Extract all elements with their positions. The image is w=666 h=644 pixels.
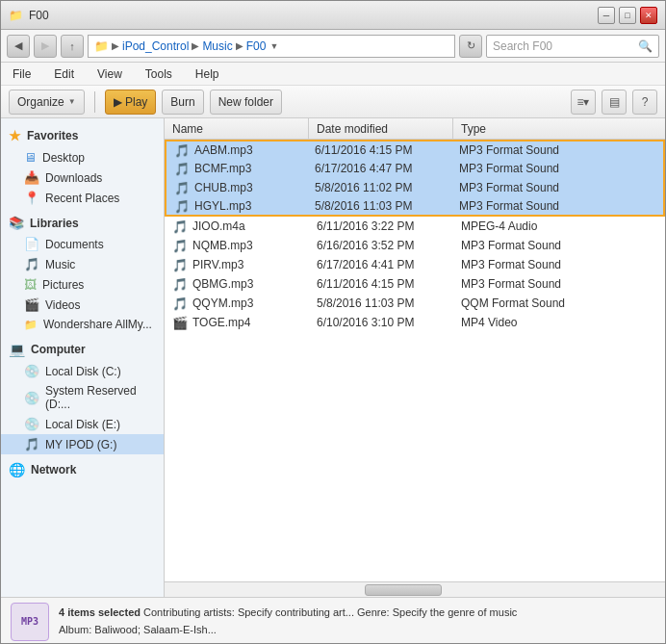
menu-help[interactable]: Help — [192, 65, 223, 83]
horizontal-scrollbar[interactable] — [165, 581, 665, 597]
new-folder-label: New folder — [218, 95, 273, 109]
breadcrumb-bar[interactable]: 📁 ▶ iPod_Control ▶ Music ▶ F00 ▼ — [88, 35, 455, 58]
local-disk-c-label: Local Disk (C:) — [45, 365, 121, 378]
search-icon: 🔍 — [638, 39, 653, 53]
breadcrumb-part-3[interactable]: F00 — [246, 39, 267, 53]
table-row[interactable]: 🎵QBMG.mp36/11/2016 4:15 PMMP3 Format Sou… — [165, 274, 665, 294]
sidebar-item-wondershare[interactable]: 📁 Wondershare AllMy... — [1, 315, 164, 334]
close-button[interactable]: ✕ — [640, 7, 657, 24]
status-bar: MP3 4 items selected Contributing artist… — [1, 597, 665, 644]
organize-button[interactable]: Organize ▼ — [9, 90, 85, 115]
downloads-label: Downloads — [45, 171, 102, 185]
up-button[interactable]: ↑ — [61, 35, 84, 58]
file-name: QQYM.mp3 — [192, 296, 253, 310]
sidebar-item-recent-places[interactable]: 📍 Recent Places — [1, 188, 164, 208]
computer-header: 💻 Computer — [1, 338, 164, 361]
search-bar[interactable]: Search F00 🔍 — [486, 35, 659, 58]
table-row[interactable]: 🎵AABM.mp36/11/2016 4:15 PMMP3 Format Sou… — [165, 140, 665, 159]
breadcrumb-part-2[interactable]: Music — [202, 39, 232, 53]
sidebar-item-desktop[interactable]: 🖥 Desktop — [1, 147, 164, 167]
menu-file[interactable]: File — [9, 65, 35, 83]
sidebar-item-videos[interactable]: 🎬 Videos — [1, 295, 164, 315]
col-type[interactable]: Type — [453, 118, 569, 139]
system-reserved-label: System Reserved (D:... — [45, 384, 156, 411]
documents-label: Documents — [45, 238, 104, 251]
file-name: NQMB.mp3 — [192, 239, 253, 252]
table-row[interactable]: 🎵PIRV.mp36/17/2016 4:41 PMMP3 Format Sou… — [165, 255, 665, 274]
sidebar-item-local-e[interactable]: 💿 Local Disk (E:) — [1, 414, 164, 434]
breadcrumb-dropdown[interactable]: ▼ — [269, 41, 278, 51]
sidebar-item-documents[interactable]: 📄 Documents — [1, 234, 164, 254]
col-name[interactable]: Name — [165, 118, 309, 139]
sidebar-item-music[interactable]: 🎵 Music — [1, 254, 164, 274]
sidebar-item-pictures[interactable]: 🖼 Pictures — [1, 274, 164, 295]
burn-label: Burn — [170, 95, 194, 109]
music-label: Music — [45, 258, 75, 271]
menu-view[interactable]: View — [93, 65, 126, 83]
videos-label: Videos — [45, 298, 80, 312]
refresh-button[interactable]: ↻ — [459, 35, 482, 58]
sidebar-section-computer: 💻 Computer 💿 Local Disk (C:) 💿 System Re… — [1, 338, 164, 454]
title-bar-controls: ─ □ ✕ — [598, 7, 657, 24]
table-row[interactable]: 🎵JIOO.m4a6/11/2016 3:22 PMMPEG-4 Audio — [165, 217, 665, 236]
libraries-icon: 📚 — [9, 216, 24, 230]
network-icon: 🌐 — [9, 462, 25, 477]
music-icon: 🎵 — [24, 257, 39, 271]
file-type-icon: 🎵 — [172, 219, 188, 234]
sidebar-item-local-c[interactable]: 💿 Local Disk (C:) — [1, 361, 164, 381]
table-row[interactable]: 🎵CHUB.mp35/8/2016 11:02 PMMP3 Format Sou… — [165, 178, 665, 197]
sidebar-item-downloads[interactable]: 📥 Downloads — [1, 167, 164, 188]
play-button[interactable]: ▶ Play — [105, 90, 157, 115]
table-row[interactable]: 🎵BCMF.mp36/17/2016 4:47 PMMP3 Format Sou… — [165, 159, 665, 178]
file-area: Name Date modified Type 🎵AABM.mp36/11/20… — [165, 118, 665, 597]
forward-button[interactable]: ▶ — [34, 35, 57, 58]
wondershare-icon: 📁 — [24, 319, 38, 331]
file-name-cell: 🎵QBMG.mp3 — [165, 277, 309, 292]
maximize-button[interactable]: □ — [619, 7, 636, 24]
menu-tools[interactable]: Tools — [141, 65, 176, 83]
network-header[interactable]: 🌐 Network — [1, 458, 164, 481]
recent-places-label: Recent Places — [45, 192, 119, 205]
file-type-icon: 🎵 — [172, 258, 188, 272]
help-button[interactable]: ? — [632, 90, 657, 115]
file-type-icon: 🎬 — [172, 316, 188, 330]
table-row[interactable]: 🎵QQYM.mp35/8/2016 11:03 PMQQM Format Sou… — [165, 294, 665, 313]
videos-icon: 🎬 — [24, 297, 39, 312]
file-type-icon: 🎵 — [174, 143, 190, 158]
favorites-label: Favorites — [27, 129, 78, 142]
table-row[interactable]: 🎬TOGE.mp46/10/2016 3:10 PMMP4 Video — [165, 313, 665, 332]
sidebar-section-favorites: ★ Favorites 🖥 Desktop 📥 Downloads 📍 Rece… — [1, 124, 164, 208]
column-header: Name Date modified Type — [165, 118, 665, 140]
breadcrumb-icon: 📁 — [94, 39, 109, 53]
file-date-cell: 6/16/2016 3:52 PM — [309, 239, 453, 252]
menu-edit[interactable]: Edit — [50, 65, 78, 83]
file-name-cell: 🎵JIOO.m4a — [165, 219, 309, 234]
file-date-cell: 5/8/2016 11:02 PM — [307, 181, 451, 194]
view-mode-button[interactable]: ≡▾ — [571, 90, 596, 115]
sidebar-section-network: 🌐 Network — [1, 458, 164, 481]
file-type-cell: MP3 Format Sound — [453, 277, 569, 291]
breadcrumb-part-1[interactable]: iPod_Control — [122, 39, 189, 53]
col-date-label: Date modified — [317, 122, 388, 136]
hscroll-track[interactable] — [165, 582, 665, 598]
file-name-cell: 🎵HGYL.mp3 — [166, 199, 307, 214]
status-icon: MP3 — [11, 603, 49, 641]
table-row[interactable]: 🎵HGYL.mp35/8/2016 11:03 PMMP3 Format Sou… — [165, 197, 665, 217]
file-type-icon: 🎵 — [174, 199, 190, 214]
new-folder-button[interactable]: New folder — [210, 90, 282, 115]
hscroll-thumb[interactable] — [365, 584, 442, 596]
minimize-button[interactable]: ─ — [598, 7, 615, 24]
view-pane-button[interactable]: ▤ — [602, 90, 627, 115]
recent-places-icon: 📍 — [24, 191, 39, 205]
sidebar-item-ipod[interactable]: 🎵 MY IPOD (G:) — [1, 434, 164, 454]
file-name-cell: 🎬TOGE.mp4 — [165, 316, 309, 330]
burn-button[interactable]: Burn — [162, 90, 203, 115]
ipod-label: MY IPOD (G:) — [45, 438, 116, 451]
table-row[interactable]: 🎵NQMB.mp36/16/2016 3:52 PMMP3 Format Sou… — [165, 236, 665, 255]
back-button[interactable]: ◀ — [7, 35, 30, 58]
wondershare-label: Wondershare AllMy... — [43, 318, 152, 331]
sidebar-item-system-reserved[interactable]: 💿 System Reserved (D:... — [1, 381, 164, 414]
file-type-cell: QQM Format Sound — [453, 296, 569, 310]
file-name-cell: 🎵QQYM.mp3 — [165, 296, 309, 311]
col-date[interactable]: Date modified — [309, 118, 453, 139]
